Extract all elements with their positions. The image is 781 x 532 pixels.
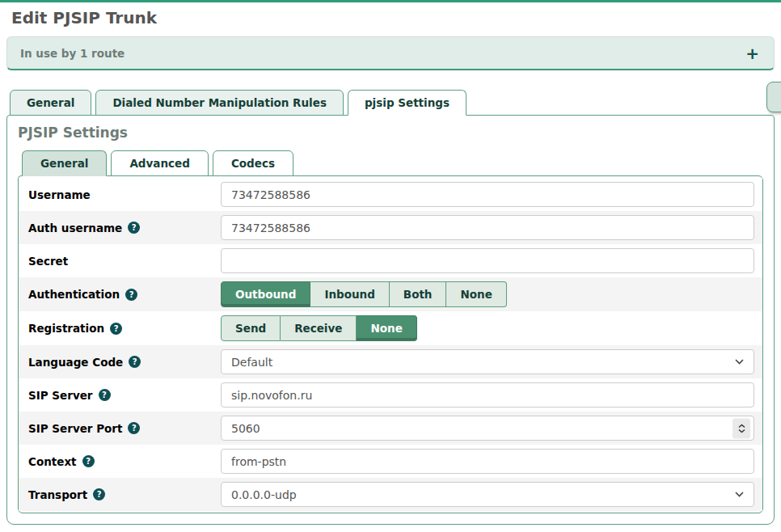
form-row-sip-server-port: SIP Server Port ? bbox=[19, 412, 762, 445]
chevron-down-icon bbox=[735, 359, 744, 365]
registration-receive-button[interactable]: Receive bbox=[281, 315, 357, 341]
form-row-username: Username bbox=[19, 178, 762, 211]
stepper-up-icon bbox=[738, 424, 745, 428]
subtab-codecs-label: Codecs bbox=[231, 157, 275, 170]
stepper-down-icon bbox=[738, 429, 745, 433]
auth-username-label: Auth username bbox=[28, 222, 122, 234]
language-code-select[interactable]: Default bbox=[221, 349, 754, 374]
subtab-general-label: General bbox=[40, 157, 88, 170]
auth-username-input[interactable] bbox=[221, 215, 754, 240]
section-heading: PJSIP Settings bbox=[18, 125, 769, 141]
transport-value: 0.0.0.0-udp bbox=[231, 488, 297, 501]
registration-button-group: Send Receive None bbox=[221, 315, 417, 341]
context-input[interactable] bbox=[221, 449, 754, 474]
username-label: Username bbox=[28, 188, 91, 201]
help-icon[interactable]: ? bbox=[110, 323, 122, 335]
usage-panel[interactable]: In use by 1 route + bbox=[6, 36, 775, 70]
usage-label: In use by 1 route bbox=[20, 47, 125, 60]
help-icon[interactable]: ? bbox=[128, 222, 140, 234]
tab-dnmr-label: Dialed Number Manipulation Rules bbox=[112, 96, 327, 109]
authentication-none-button[interactable]: None bbox=[446, 281, 506, 307]
form-row-authentication: Authentication ? Outbound Inbound Both N… bbox=[19, 277, 762, 311]
help-icon[interactable]: ? bbox=[128, 422, 140, 434]
secret-input[interactable] bbox=[221, 248, 754, 273]
form-row-transport: Transport ? 0.0.0.0-udp bbox=[19, 478, 762, 511]
form-row-auth-username: Auth username ? bbox=[19, 211, 762, 244]
main-tabs: General Dialed Number Manipulation Rules… bbox=[6, 89, 781, 115]
help-icon[interactable]: ? bbox=[99, 389, 111, 401]
help-icon[interactable]: ? bbox=[93, 488, 105, 500]
pjsip-settings-panel: PJSIP Settings General Advanced Codecs U… bbox=[6, 115, 775, 525]
username-input[interactable] bbox=[221, 182, 754, 207]
pjsip-general-form: Username Auth username ? Secret bbox=[18, 175, 763, 513]
authentication-both-button[interactable]: Both bbox=[390, 281, 447, 307]
help-icon[interactable]: ? bbox=[82, 455, 95, 467]
sidebar-flyout-button[interactable] bbox=[766, 82, 781, 112]
sip-server-input[interactable] bbox=[221, 382, 754, 407]
form-row-language-code: Language Code ? Default bbox=[19, 345, 762, 378]
language-code-value: Default bbox=[231, 356, 272, 369]
authentication-inbound-button[interactable]: Inbound bbox=[310, 281, 389, 307]
sip-server-port-input[interactable] bbox=[221, 416, 754, 441]
secret-label: Secret bbox=[28, 255, 68, 268]
registration-send-button[interactable]: Send bbox=[221, 315, 281, 341]
expand-plus-icon[interactable]: + bbox=[745, 45, 759, 61]
tab-general-label: General bbox=[27, 96, 74, 109]
accent-top-bar bbox=[0, 0, 781, 2]
subtab-advanced[interactable]: Advanced bbox=[111, 150, 208, 176]
context-label: Context bbox=[28, 455, 77, 468]
form-row-context: Context ? bbox=[19, 445, 762, 478]
language-code-label: Language Code bbox=[28, 356, 123, 369]
form-row-registration: Registration ? Send Receive None bbox=[19, 311, 762, 345]
authentication-label: Authentication bbox=[28, 288, 120, 301]
tab-pjsip-settings-label: pjsip Settings bbox=[365, 96, 450, 109]
tab-pjsip-settings[interactable]: pjsip Settings bbox=[348, 90, 466, 116]
transport-label: Transport bbox=[28, 488, 87, 501]
registration-label: Registration bbox=[28, 322, 104, 335]
number-stepper[interactable] bbox=[732, 418, 750, 438]
page-title: Edit PJSIP Trunk bbox=[11, 8, 781, 27]
authentication-button-group: Outbound Inbound Both None bbox=[221, 281, 507, 307]
help-icon[interactable]: ? bbox=[129, 356, 141, 368]
authentication-outbound-button[interactable]: Outbound bbox=[221, 281, 310, 307]
sip-server-label: SIP Server bbox=[28, 389, 93, 402]
subtab-codecs[interactable]: Codecs bbox=[213, 150, 293, 176]
help-icon[interactable]: ? bbox=[125, 289, 137, 301]
subtab-general[interactable]: General bbox=[22, 150, 107, 176]
subtab-advanced-label: Advanced bbox=[129, 157, 189, 170]
registration-none-button[interactable]: None bbox=[357, 315, 416, 341]
chevron-down-icon bbox=[735, 492, 744, 497]
tab-dialed-number-manipulation-rules[interactable]: Dialed Number Manipulation Rules bbox=[95, 90, 344, 116]
pjsip-sub-tabs: General Advanced Codecs bbox=[18, 150, 769, 175]
tab-general[interactable]: General bbox=[10, 90, 91, 116]
transport-select[interactable]: 0.0.0.0-udp bbox=[221, 482, 754, 507]
form-row-sip-server: SIP Server ? bbox=[19, 378, 762, 412]
sip-server-port-label: SIP Server Port bbox=[28, 422, 122, 435]
form-row-secret: Secret bbox=[19, 244, 762, 277]
